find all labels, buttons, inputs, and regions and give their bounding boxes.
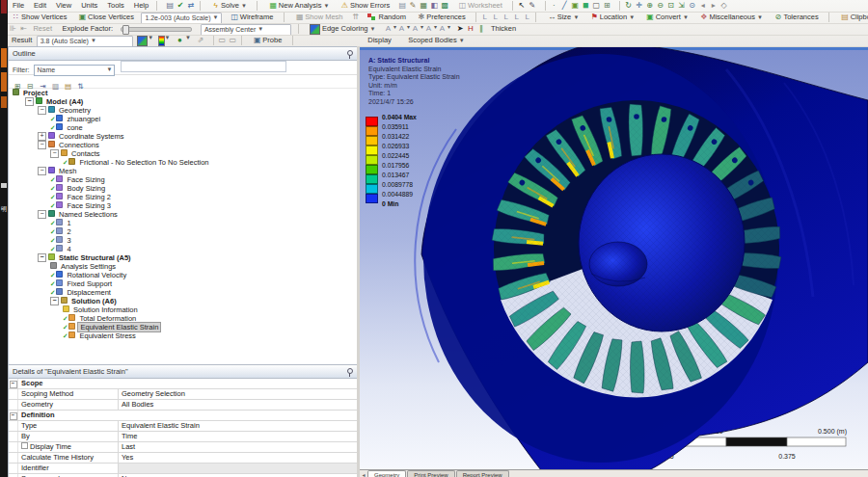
edge-midside-icon[interactable]: L: [490, 12, 501, 23]
tree-item[interactable]: Analysis Settings: [9, 262, 358, 271]
thicken-icon[interactable]: ∥: [476, 23, 487, 35]
viewport-tab-print-preview[interactable]: Print Preview: [407, 470, 454, 477]
tree-item[interactable]: ✓Equivalent Stress: [9, 331, 358, 340]
menu-help[interactable]: Help: [129, 0, 153, 12]
tree-item[interactable]: ✓zhuangpei: [9, 115, 358, 123]
collapse-node-icon[interactable]: −: [38, 106, 46, 115]
solve-button[interactable]: ϟSolve ▼: [207, 0, 250, 12]
geometry-display-icon[interactable]: ●: [175, 35, 185, 46]
tree-item[interactable]: ✓cone: [9, 123, 358, 132]
tree-item[interactable]: ✓Rotational Velocity: [9, 271, 358, 279]
clipboard-button[interactable]: ▤Clipboard ▼: [837, 12, 868, 23]
contour-display-icon[interactable]: [137, 36, 148, 46]
edge-straight-icon[interactable]: L: [501, 12, 511, 23]
viewport-tab-report-preview[interactable]: Report Preview: [456, 470, 509, 477]
show-errors-button[interactable]: ⚠Show Errors: [337, 0, 393, 12]
probe-pin-icon[interactable]: ➤: [455, 23, 466, 35]
max-tag-icon[interactable]: ▭: [217, 35, 228, 46]
details-section-row[interactable]: −Scope: [9, 379, 358, 389]
details-row[interactable]: ByTime: [9, 432, 358, 442]
details-row[interactable]: Scoping MethodGeometry Selection: [9, 389, 358, 400]
vector-display-icon[interactable]: ⇗: [195, 35, 205, 46]
zoom-in-icon[interactable]: ⊕: [644, 0, 655, 12]
details-value[interactable]: All Bodies: [119, 400, 358, 410]
tab-scroll-icon[interactable]: ◂: [360, 471, 367, 477]
annotation-type-icon[interactable]: A: [423, 23, 434, 35]
explode-factor-slider[interactable]: [121, 27, 192, 32]
tree-item[interactable]: ✓Displacement: [9, 288, 358, 297]
details-row[interactable]: GeometryAll Bodies: [9, 400, 358, 411]
rotate-icon[interactable]: ↻: [623, 0, 634, 12]
details-value[interactable]: Yes: [119, 453, 358, 463]
collapse-node-icon[interactable]: −: [50, 297, 59, 305]
details-row[interactable]: Identifier: [9, 464, 358, 474]
tree-item[interactable]: ✓1: [9, 219, 358, 227]
menu-edit[interactable]: Edit: [29, 0, 51, 12]
edge-filter-icon[interactable]: ╱: [559, 0, 570, 12]
tree-item[interactable]: +Coordinate Systems: [9, 132, 358, 141]
new-analysis-button[interactable]: ▦New Analysis ▼: [265, 0, 333, 12]
tree-item[interactable]: ✓4: [9, 245, 358, 253]
tolerances-button[interactable]: ⊘Tolerances: [770, 12, 821, 23]
box-zoom-icon[interactable]: ⊡: [665, 0, 676, 12]
size-button[interactable]: ↔Size ▼: [544, 12, 583, 23]
edge-thick-icon[interactable]: L: [511, 12, 522, 23]
section-plane-icon[interactable]: ▩: [440, 0, 450, 12]
reset-explode-icon[interactable]: ⇤: [18, 23, 29, 35]
edge-coloring-button[interactable]: Edge Coloring ▼: [307, 23, 379, 35]
tree-item[interactable]: ✓2: [9, 227, 358, 236]
tree-item[interactable]: −Connections: [9, 141, 358, 149]
probe-button[interactable]: ▣Probe: [249, 35, 285, 46]
details-section-row[interactable]: −Definition: [9, 411, 358, 421]
tree-item[interactable]: ✓3: [9, 236, 358, 245]
collapse-node-icon[interactable]: −: [38, 141, 46, 149]
worksheet-button[interactable]: ◫Worksheet: [454, 0, 505, 12]
random-colors-button[interactable]: Random: [365, 12, 408, 23]
menu-file[interactable]: File: [8, 0, 29, 12]
menu-tools[interactable]: Tools: [102, 0, 129, 12]
min-tag-icon[interactable]: ▭: [228, 35, 238, 46]
next-view-icon[interactable]: ▸: [708, 0, 719, 12]
tree-item[interactable]: ✓Fixed Support: [9, 279, 358, 288]
miscellaneous-button[interactable]: ❖Miscellaneous ▼: [695, 12, 766, 23]
viewport-tab-geometry[interactable]: Geometry: [367, 470, 406, 477]
show-mesh-button[interactable]: ▦Show Mesh: [291, 12, 345, 23]
reset-button[interactable]: Reset: [33, 23, 52, 35]
scoped-bodies-dropdown[interactable]: Scoped Bodies ▼: [405, 35, 468, 46]
tree-item[interactable]: −Geometry: [9, 106, 358, 115]
tree-item[interactable]: −Solution (A6): [9, 297, 358, 305]
details-header[interactable]: Details of "Equivalent Elastic Strain": [9, 365, 358, 379]
comment-icon[interactable]: ▤: [397, 0, 408, 12]
prev-view-icon[interactable]: ◂: [697, 0, 708, 12]
convert-button[interactable]: ▣Convert ▼: [642, 12, 692, 23]
chart-icon[interactable]: ▦: [419, 0, 429, 12]
look-at-icon[interactable]: ⊙: [687, 0, 697, 12]
zoom-fit-icon[interactable]: ⇲: [676, 0, 687, 12]
tree-item[interactable]: −Mesh: [9, 167, 358, 175]
show-vertices-button[interactable]: ∷Show Vertices: [8, 12, 70, 23]
wireframe-button[interactable]: ◫Wireframe: [227, 12, 277, 23]
location-button[interactable]: ⚑Location ▼: [586, 12, 637, 23]
image-capture-icon[interactable]: ◧: [429, 0, 440, 12]
details-value[interactable]: [119, 464, 358, 473]
details-row[interactable]: TypeEquivalent Elastic Strain: [9, 421, 358, 432]
preferences-button[interactable]: ✻Preferences: [413, 12, 468, 23]
tree-item[interactable]: −Named Selections: [9, 210, 358, 219]
annotation-type-icon[interactable]: A: [396, 23, 407, 35]
checkbox-icon[interactable]: [21, 442, 28, 449]
edge-color-icon[interactable]: L: [522, 12, 532, 23]
body-filter-icon[interactable]: ◼: [581, 0, 591, 12]
collapse-node-icon[interactable]: −: [25, 97, 34, 106]
details-value[interactable]: Geometry Selection: [119, 389, 358, 399]
tree-item[interactable]: ✓Face Sizing: [9, 175, 358, 184]
tree-item[interactable]: −Model (A4): [9, 97, 358, 106]
tree-item[interactable]: ✓Equivalent Elastic Strain: [9, 323, 358, 331]
menu-view[interactable]: View: [51, 0, 76, 12]
thicken-label[interactable]: Thicken: [491, 23, 516, 35]
close-vertices-button[interactable]: ▣Close Vertices: [74, 12, 137, 23]
explode-view-icon[interactable]: ⇈: [350, 12, 361, 23]
zoom-out-icon[interactable]: ⊖: [655, 0, 665, 12]
collapse-node-icon[interactable]: −: [50, 149, 59, 158]
solve-check-icon[interactable]: ✔: [176, 0, 186, 12]
tree-item[interactable]: −Contacts: [9, 149, 358, 158]
